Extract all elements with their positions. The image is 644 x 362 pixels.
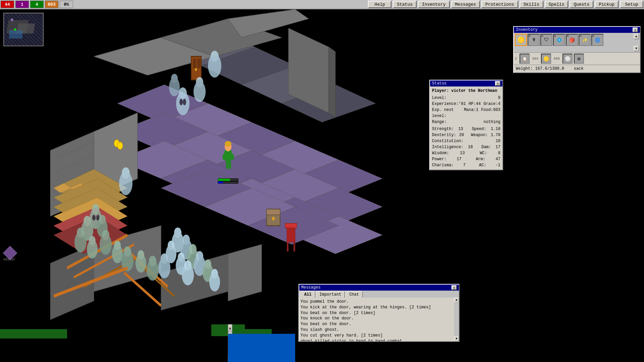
svg-rect-70 <box>218 181 223 183</box>
messages-button[interactable]: Messages <box>451 1 480 8</box>
svg-point-84 <box>92 204 99 215</box>
inventory-button[interactable]: Inventory <box>418 1 449 8</box>
stats-section: Strength: 13 Speed: 1.10 Dexterity: 20 W… <box>432 126 500 168</box>
svg-text:▲: ▲ <box>229 326 231 331</box>
inv-slot-1[interactable]: 🟡 <box>515 34 527 46</box>
inv-slot-7[interactable]: A 🌀 <box>591 34 603 46</box>
inv-label-a2: A <box>541 35 543 38</box>
exp-label: Experience: <box>432 101 459 107</box>
inv-scroll-up[interactable]: ▲ <box>634 34 639 39</box>
str-label: Strength: <box>432 126 454 132</box>
inv-label-a3: A <box>554 35 556 38</box>
inv-slot-6[interactable]: A ✨ <box>579 34 591 46</box>
inv-slot-3[interactable]: A 🛡 <box>540 34 552 46</box>
minimap <box>3 13 44 46</box>
setup-button[interactable]: Setup <box>620 1 643 8</box>
hp-val: 44 <box>476 101 481 107</box>
msg-line-7: You cut ghost very hard. [2 times] <box>301 333 458 339</box>
weight-text: Weight: 167.6/1300.0 <box>516 66 564 71</box>
inventory-window: Inventory ✕ 🟡 A 🗡 A 🛡 A 💠 A 🎒 <box>513 26 641 73</box>
svg-rect-66 <box>231 154 234 160</box>
msg-scroll-down[interactable]: ▼ <box>454 337 459 341</box>
spells-button[interactable]: Spells <box>545 1 569 8</box>
inv-slot-r2-3[interactable]: ⚪ <box>562 54 573 64</box>
msg-line-6: You slash ghost. <box>301 327 458 333</box>
str-row: Strength: 13 Speed: 1.10 <box>432 126 500 132</box>
compass <box>5 248 15 258</box>
con-val: 10 <box>496 138 500 144</box>
inv-slot-r2-2[interactable]: 🟡 <box>541 54 551 64</box>
status-close-button[interactable]: ✕ <box>495 81 500 86</box>
status-titlebar: Status ✕ <box>430 80 502 86</box>
wpn-val: 1.70 <box>491 132 500 138</box>
floor-indicator: editor <box>3 258 15 261</box>
inv-slot-r2-1[interactable]: 📋 <box>520 54 530 64</box>
svg-point-82 <box>122 167 130 179</box>
svg-point-94 <box>182 235 190 245</box>
messages-title: Messages <box>301 285 321 290</box>
inv-slot-4[interactable]: A 💠 <box>553 34 565 46</box>
svg-rect-142 <box>228 334 295 362</box>
wpn-label: Weapon: <box>471 132 488 138</box>
msg-scrollbar: ▲ ▼ <box>454 298 459 341</box>
dex-label: Dexterity: <box>432 132 456 138</box>
status-button[interactable]: Status <box>393 1 417 8</box>
svg-point-96 <box>168 241 174 250</box>
inv-slot-r2-4[interactable]: ⚙ <box>574 54 584 64</box>
svg-point-76 <box>196 77 203 87</box>
svg-point-80 <box>171 74 178 83</box>
svg-point-90 <box>99 215 106 224</box>
svg-rect-55 <box>193 59 196 68</box>
pow-row: Power: 17 Arm: 47 <box>432 156 500 162</box>
player-name: Player: victor the Northman <box>432 88 500 94</box>
svg-rect-64 <box>229 162 231 169</box>
top-bar: 44 1 4 603 0% Help Status Inventory Mess… <box>0 0 644 9</box>
ac-label: AC: <box>479 162 486 168</box>
grace-val: 4 <box>498 101 500 107</box>
msg-line-4: You knock on the door. <box>301 316 458 321</box>
dam-val: 17 <box>496 144 500 150</box>
mana-val: 1 <box>476 107 478 119</box>
protections-button[interactable]: Protections <box>481 1 518 8</box>
messages-close-button[interactable]: ✕ <box>451 285 457 290</box>
svg-rect-134 <box>0 329 67 339</box>
inv-item-shield: 🛡 <box>544 37 549 43</box>
inv-slot-5[interactable]: A 🎒 <box>566 34 578 46</box>
msg-scroll-up[interactable]: ▲ <box>454 298 459 302</box>
con-label: Constitution: <box>432 138 464 144</box>
skills-button[interactable]: Skills <box>520 1 543 8</box>
svg-marker-33 <box>329 47 335 117</box>
svg-point-92 <box>174 228 181 238</box>
food-badge: 4 <box>30 1 44 8</box>
inv-item-gear: ⚙ <box>578 56 580 62</box>
ac-val: -1 <box>496 162 500 168</box>
level-val: 9 <box>498 95 500 101</box>
inventory-weight: Weight: 167.6/1300.0 sack <box>514 65 640 72</box>
hp-badge: 44 <box>1 1 14 8</box>
svg-point-62 <box>225 141 231 147</box>
mp-badge: 1 <box>15 1 29 8</box>
quests-button[interactable]: Quests <box>570 1 593 8</box>
arm-label: Arm: <box>476 156 485 162</box>
inv-item-swirl: 🌀 <box>595 37 600 43</box>
pow-val: 17 <box>457 156 462 162</box>
inv-label-a6: A <box>592 35 594 38</box>
svg-rect-63 <box>226 162 228 169</box>
game-area[interactable]: ▲ ▼ editor Inventory ✕ <box>0 9 644 362</box>
inv-scroll-down[interactable]: ▼ <box>634 46 639 51</box>
tab-chat[interactable]: Chat <box>345 291 363 298</box>
svg-rect-65 <box>223 154 225 160</box>
messages-content: You pummel the door. You kick at the doo… <box>299 298 459 341</box>
help-button[interactable]: Help <box>368 1 391 8</box>
inv-slot-2[interactable]: A 🗡 <box>528 34 540 46</box>
msg-line-2: You kick at the door, wearing at the hin… <box>301 305 458 310</box>
tab-all[interactable]: All <box>301 291 315 298</box>
inventory-close-button[interactable]: ✕ <box>633 27 638 32</box>
pickup-button[interactable]: Pickup <box>595 1 619 8</box>
str-val: 13 <box>458 126 463 132</box>
messages-window: Messages ✕ All Important Chat You pummel… <box>299 284 460 342</box>
tab-important[interactable]: Important <box>316 291 345 298</box>
speed-label: Speed: <box>472 126 486 132</box>
cha-val: 7 <box>463 162 466 168</box>
svg-point-100 <box>178 252 184 262</box>
